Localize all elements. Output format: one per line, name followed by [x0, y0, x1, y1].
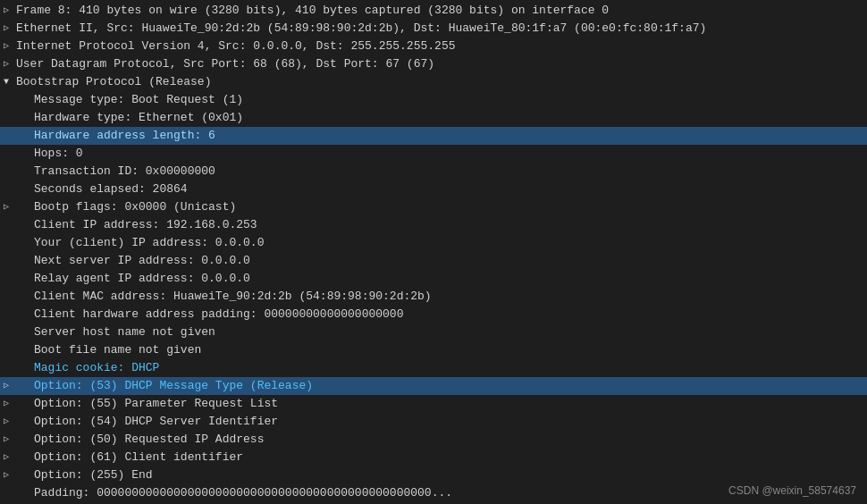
toggle-icon-4[interactable]: ▼ [4, 74, 16, 90]
row-text-1: Ethernet II, Src: HuaweiTe_90:2d:2b (54:… [16, 21, 706, 37]
row-text-8: Hops: 0 [34, 146, 83, 162]
packet-tree[interactable]: ▷Frame 8: 410 bytes on wire (3280 bits),… [0, 0, 867, 504]
row-text-11: Bootp flags: 0x0000 (Unicast) [34, 199, 236, 215]
toggle-icon-23[interactable]: ▷ [4, 414, 16, 430]
toggle-icon-25[interactable]: ▷ [4, 449, 16, 466]
row-text-7: Hardware address length: 6 [34, 128, 215, 144]
packet-row-16: Client MAC address: HuaweiTe_90:2d:2b (5… [0, 288, 867, 306]
packet-row-21[interactable]: ▷Option: (53) DHCP Message Type (Release… [0, 377, 867, 395]
row-text-5: Message type: Boot Request (1) [34, 92, 243, 108]
packet-row-17: Client hardware address padding: 0000000… [0, 306, 867, 323]
toggle-icon-11[interactable]: ▷ [4, 199, 16, 215]
packet-row-15: Relay agent IP address: 0.0.0.0 [0, 270, 867, 288]
row-text-24: Option: (50) Requested IP Address [34, 432, 264, 448]
packet-row-22[interactable]: ▷Option: (55) Parameter Request List [0, 395, 867, 413]
packet-row-0[interactable]: ▷Frame 8: 410 bytes on wire (3280 bits),… [0, 2, 867, 20]
packet-row-1[interactable]: ▷Ethernet II, Src: HuaweiTe_90:2d:2b (54… [0, 20, 867, 38]
packet-row-4[interactable]: ▼Bootstrap Protocol (Release) [0, 73, 867, 91]
row-text-9: Transaction ID: 0x00000000 [34, 164, 215, 180]
row-text-10: Seconds elapsed: 20864 [34, 181, 188, 197]
toggle-icon-0[interactable]: ▷ [4, 3, 16, 19]
row-text-14: Next server IP address: 0.0.0.0 [34, 253, 250, 269]
packet-row-7: Hardware address length: 6 [0, 127, 867, 145]
row-text-17: Client hardware address padding: 0000000… [34, 307, 403, 323]
row-text-18: Server host name not given [34, 324, 215, 340]
packet-row-18: Server host name not given [0, 323, 867, 341]
row-text-23: Option: (54) DHCP Server Identifier [34, 414, 278, 430]
packet-row-14: Next server IP address: 0.0.0.0 [0, 252, 867, 270]
toggle-icon-21[interactable]: ▷ [4, 378, 16, 394]
packet-row-5: Message type: Boot Request (1) [0, 91, 867, 109]
row-text-25: Option: (61) Client identifier [34, 449, 243, 466]
row-text-6: Hardware type: Ethernet (0x01) [34, 110, 243, 126]
packet-row-20: Magic cookie: DHCP [0, 359, 867, 377]
row-text-15: Relay agent IP address: 0.0.0.0 [34, 271, 250, 287]
packet-row-11[interactable]: ▷Bootp flags: 0x0000 (Unicast) [0, 198, 867, 216]
packet-row-10: Seconds elapsed: 20864 [0, 181, 867, 198]
toggle-icon-26[interactable]: ▷ [4, 467, 16, 483]
toggle-icon-24[interactable]: ▷ [4, 432, 16, 448]
packet-row-26[interactable]: ▷Option: (255) End [0, 466, 867, 484]
packet-row-2[interactable]: ▷Internet Protocol Version 4, Src: 0.0.0… [0, 38, 867, 55]
row-text-20: Magic cookie: DHCP [34, 360, 159, 376]
toggle-icon-3[interactable]: ▷ [4, 56, 16, 72]
row-text-19: Boot file name not given [34, 342, 201, 358]
toggle-icon-1[interactable]: ▷ [4, 21, 16, 37]
row-text-22: Option: (55) Parameter Request List [34, 396, 278, 412]
packet-row-25[interactable]: ▷Option: (61) Client identifier [0, 449, 867, 466]
packet-row-19: Boot file name not given [0, 341, 867, 359]
toggle-icon-22[interactable]: ▷ [4, 396, 16, 412]
row-text-13: Your (client) IP address: 0.0.0.0 [34, 235, 264, 251]
row-text-2: Internet Protocol Version 4, Src: 0.0.0.… [16, 38, 455, 55]
packet-row-8: Hops: 0 [0, 145, 867, 163]
packet-row-3[interactable]: ▷User Datagram Protocol, Src Port: 68 (6… [0, 55, 867, 73]
row-text-0: Frame 8: 410 bytes on wire (3280 bits), … [16, 3, 609, 19]
row-text-12: Client IP address: 192.168.0.253 [34, 217, 257, 233]
packet-row-24[interactable]: ▷Option: (50) Requested IP Address [0, 431, 867, 449]
row-text-27: Padding: 0000000000000000000000000000000… [34, 485, 452, 501]
row-text-21: Option: (53) DHCP Message Type (Release) [34, 378, 313, 394]
row-text-4: Bootstrap Protocol (Release) [16, 74, 211, 90]
packet-row-12: Client IP address: 192.168.0.253 [0, 216, 867, 234]
row-text-26: Option: (255) End [34, 467, 153, 483]
packet-row-6: Hardware type: Ethernet (0x01) [0, 109, 867, 127]
toggle-icon-2[interactable]: ▷ [4, 38, 16, 55]
watermark: CSDN @weixin_58574637 [728, 484, 856, 497]
packet-row-13: Your (client) IP address: 0.0.0.0 [0, 234, 867, 252]
row-text-3: User Datagram Protocol, Src Port: 68 (68… [16, 56, 434, 72]
packet-row-23[interactable]: ▷Option: (54) DHCP Server Identifier [0, 413, 867, 431]
packet-row-9: Transaction ID: 0x00000000 [0, 163, 867, 181]
row-text-16: Client MAC address: HuaweiTe_90:2d:2b (5… [34, 289, 432, 305]
